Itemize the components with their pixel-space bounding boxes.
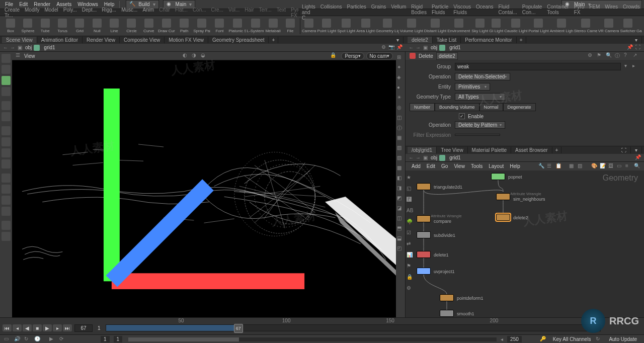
pane-menu-icon[interactable]: ▾: [392, 37, 404, 43]
enable-checkbox[interactable]: [459, 113, 465, 119]
view-shade-icon[interactable]: ●: [397, 84, 404, 92]
sphere-icon[interactable]: [2, 232, 11, 241]
view-r2-icon[interactable]: ▧: [397, 145, 404, 152]
list-icon[interactable]: ☰: [547, 163, 554, 170]
nav-fwd-icon[interactable]: →: [415, 44, 422, 51]
node-body[interactable]: [417, 183, 431, 190]
node-triangulate2d1[interactable]: triangulate2d1: [417, 183, 462, 190]
subtab-bounding-volume[interactable]: Bounding Volume: [435, 103, 479, 111]
node-delete1[interactable]: delete1: [417, 251, 449, 258]
tab-network-path[interactable]: /obj/grid1: [408, 147, 437, 153]
netmenu-add[interactable]: Add: [409, 162, 424, 170]
shelf-tool[interactable]: L-System: [247, 17, 264, 35]
folder-icon[interactable]: ▣: [422, 154, 429, 161]
grid2-icon[interactable]: ▨: [578, 163, 585, 170]
first-frame-button[interactable]: ⏮: [3, 324, 12, 331]
node-uvproject1[interactable]: uvproject1: [417, 268, 455, 275]
tab-composite-view[interactable]: Composite View: [120, 37, 165, 43]
shelf-tool[interactable]: Circle: [123, 17, 139, 35]
node-body[interactable]: [417, 268, 431, 275]
status-loop-icon[interactable]: ↻: [24, 336, 32, 343]
search-icon[interactable]: 🔍: [606, 52, 613, 59]
pin-icon[interactable]: 📌: [634, 154, 642, 161]
display-option-icon[interactable]: ◒: [201, 52, 209, 59]
view-grid-icon[interactable]: ⊞: [397, 54, 404, 61]
shelf-tool[interactable]: Sky Light: [471, 17, 488, 35]
view-r12-icon[interactable]: ◰: [397, 245, 404, 252]
netmenu-tools[interactable]: Tools: [468, 162, 486, 170]
shelf-tool[interactable]: Distant Light: [424, 17, 446, 35]
fullscreen-icon[interactable]: ⛶: [634, 44, 642, 51]
net-tree-icon[interactable]: 🌳: [407, 219, 414, 226]
netmenu-go[interactable]: Go: [438, 162, 451, 170]
snap-grid-icon[interactable]: [2, 159, 11, 168]
tab-add[interactable]: +: [517, 37, 526, 43]
node-smooth1[interactable]: smooth1: [440, 310, 474, 317]
brush-icon[interactable]: [2, 174, 11, 183]
tab-material-palette[interactable]: Material Palette: [468, 147, 511, 153]
display-option-icon[interactable]: ◑: [192, 52, 200, 59]
crumb-root[interactable]: obj: [429, 45, 439, 50]
netmenu-view[interactable]: View: [451, 162, 468, 170]
node-body[interactable]: [417, 231, 431, 238]
snap-prim-icon[interactable]: [2, 148, 11, 157]
shelf-tool[interactable]: Box: [3, 17, 19, 35]
shelf-tool[interactable]: Point Light: [317, 17, 336, 35]
status-selection-icon[interactable]: ▭: [4, 336, 12, 343]
shelf-tool[interactable]: VR Camera: [598, 17, 619, 35]
prev-frame-button[interactable]: ◂: [13, 324, 22, 331]
view-r8-icon[interactable]: ◪: [397, 205, 404, 212]
view-info-icon[interactable]: ⓘ: [397, 125, 404, 132]
pointer-icon[interactable]: [2, 101, 11, 110]
lock-icon[interactable]: [2, 112, 11, 121]
net-lock-icon[interactable]: 🔒: [407, 274, 414, 281]
tab-asset-browser[interactable]: Asset Browser: [511, 147, 552, 153]
nav-fwd-icon[interactable]: →: [415, 154, 422, 161]
note-icon[interactable]: 📝: [600, 163, 607, 170]
range-start-field-2[interactable]: 1: [114, 336, 123, 342]
timeline-cursor[interactable]: 67: [234, 324, 243, 333]
network-canvas[interactable]: ★ ◱ 🅿 AB 🌳 ☑ ⇄ 📊 ⚑ 🔒 ⚙ Geometry popnettr…: [406, 170, 644, 317]
timeline-track[interactable]: 67: [106, 324, 601, 331]
node-body[interactable]: [491, 173, 505, 180]
net-deps-icon[interactable]: ⇄: [407, 241, 414, 248]
node-delete2[interactable]: delete2: [496, 214, 528, 221]
net-quickmark-icon[interactable]: ★: [407, 175, 414, 182]
view-r6-icon[interactable]: ◨: [397, 185, 404, 192]
net-gear-icon[interactable]: ⚙: [407, 285, 414, 292]
nav-back-icon[interactable]: ←: [408, 44, 415, 51]
view-r9-icon[interactable]: ◫: [397, 215, 404, 222]
view-axis-icon[interactable]: ✦: [397, 64, 404, 71]
view-bg-icon[interactable]: ◫: [397, 115, 404, 122]
shelf-tool[interactable]: Ambient Light: [550, 17, 573, 35]
color-icon[interactable]: 🎨: [591, 163, 598, 170]
operation-dropdown[interactable]: Delete Non-Selected▾: [455, 73, 510, 80]
net-tasks-icon[interactable]: ☑: [407, 230, 414, 237]
tab-geometry-spreadsheet[interactable]: Geometry Spreadsheet: [208, 37, 269, 43]
wrench-icon[interactable]: 🔧: [538, 163, 545, 170]
shelf-tool[interactable]: Camera: [302, 17, 316, 35]
netmenu-help[interactable]: Help: [507, 162, 523, 170]
view-r3-icon[interactable]: ▨: [397, 155, 404, 162]
subtab-number[interactable]: Number: [410, 103, 435, 111]
shelf-tool[interactable]: Area Light: [356, 17, 374, 35]
view-r1-icon[interactable]: ▦: [397, 135, 404, 142]
tab-take-list[interactable]: Take List: [433, 37, 461, 43]
image-icon[interactable]: 🖼: [608, 163, 615, 170]
entity-dropdown[interactable]: Primitives▾: [455, 83, 490, 91]
find-icon[interactable]: 🔍: [634, 163, 641, 170]
move-tool-icon[interactable]: [2, 87, 11, 96]
group-field[interactable]: weak: [455, 63, 621, 70]
info-icon[interactable]: ⓘ: [615, 52, 622, 59]
tab-performance-monitor[interactable]: Performance Monitor: [461, 37, 516, 43]
range-start-field[interactable]: 1: [101, 336, 110, 342]
nav-back-icon[interactable]: ←: [408, 154, 415, 161]
node-body[interactable]: [496, 193, 510, 200]
net-perf-icon[interactable]: 📊: [407, 252, 414, 259]
display-options-icon[interactable]: ⚙: [379, 44, 387, 51]
key-icon[interactable]: 🔑: [540, 336, 548, 343]
no-cam-dropdown[interactable]: No cam ▾: [366, 52, 393, 60]
auto-update-label[interactable]: Auto Update: [605, 336, 641, 342]
shelf-tool[interactable]: Metaball: [265, 17, 281, 35]
scale-tool-icon[interactable]: [2, 65, 11, 74]
